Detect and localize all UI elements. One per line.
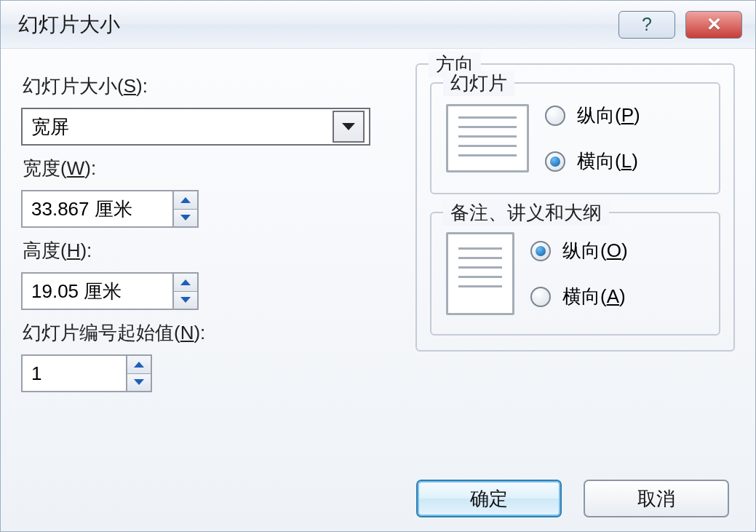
start-number-input[interactable]: 1: [21, 354, 152, 392]
chevron-down-icon: [180, 296, 191, 303]
dropdown-button[interactable]: [333, 111, 365, 143]
height-label: 高度(H):: [23, 238, 399, 263]
page-landscape-icon: [446, 104, 529, 172]
chevron-down-icon: [133, 378, 145, 386]
chevron-down-icon: [180, 214, 191, 221]
notes-radios: 纵向(O) 横向(A): [530, 238, 628, 309]
chevron-up-icon: [133, 361, 145, 368]
width-spin-down[interactable]: [174, 209, 197, 227]
dialog-title: 幻灯片大小: [18, 11, 618, 39]
height-spin-down[interactable]: [174, 291, 197, 309]
height-value: 19.05 厘米: [23, 274, 172, 309]
height-spin: [172, 274, 197, 309]
width-spin: [172, 191, 197, 226]
radio-icon: [530, 287, 551, 307]
slides-radios: 纵向(P) 横向(L): [545, 103, 640, 174]
slides-orientation-title: 幻灯片: [443, 71, 514, 96]
titlebar: 幻灯片大小 ? ✕: [1, 1, 755, 49]
radio-icon: [530, 241, 551, 261]
slides-landscape-radio[interactable]: 横向(L): [545, 148, 640, 174]
slide-size-value: 宽屏: [31, 114, 69, 140]
start-number-spin-down[interactable]: [127, 373, 151, 392]
titlebar-buttons: ? ✕: [618, 11, 742, 39]
right-column: 方向 幻灯片 纵向(P) 横向(L): [415, 63, 735, 466]
close-button[interactable]: ✕: [685, 11, 742, 39]
radio-icon: [545, 106, 565, 126]
help-button[interactable]: ?: [618, 11, 675, 39]
start-number-label: 幻灯片编号起始值(N):: [23, 320, 399, 346]
orientation-group: 方向 幻灯片 纵向(P) 横向(L): [415, 63, 735, 352]
height-input[interactable]: 19.05 厘米: [21, 272, 199, 310]
close-icon: ✕: [707, 14, 722, 35]
width-input[interactable]: 33.867 厘米: [21, 190, 199, 228]
slide-size-label: 幻灯片大小(S):: [23, 74, 399, 99]
left-column: 幻灯片大小(S): 宽屏 宽度(W): 33.867 厘米 高度(H):: [21, 63, 399, 466]
slide-size-select[interactable]: 宽屏: [21, 108, 370, 146]
slide-size-dialog: 幻灯片大小 ? ✕ 幻灯片大小(S): 宽屏 宽度(W):: [0, 0, 756, 532]
width-spin-up[interactable]: [174, 191, 197, 209]
cancel-button[interactable]: 取消: [584, 480, 729, 517]
notes-orientation-title: 备注、讲义和大纲: [443, 200, 609, 226]
width-label: 宽度(W):: [23, 156, 399, 181]
slides-portrait-radio[interactable]: 纵向(P): [545, 103, 640, 128]
chevron-up-icon: [180, 196, 191, 204]
start-number-spin: [126, 356, 151, 391]
notes-portrait-radio[interactable]: 纵向(O): [530, 238, 628, 263]
chevron-up-icon: [180, 279, 191, 286]
start-number-value: 1: [23, 356, 126, 391]
start-number-spin-up[interactable]: [127, 356, 151, 373]
dialog-footer: 确定 取消: [1, 466, 755, 531]
page-portrait-icon: [446, 232, 514, 315]
slides-orientation-group: 幻灯片 纵向(P) 横向(L): [430, 82, 720, 194]
dialog-content: 幻灯片大小(S): 宽屏 宽度(W): 33.867 厘米 高度(H):: [1, 49, 755, 466]
ok-button[interactable]: 确定: [416, 480, 562, 517]
height-spin-up[interactable]: [174, 274, 197, 291]
notes-orientation-group: 备注、讲义和大纲 纵向(O) 横向(A): [430, 212, 720, 336]
chevron-down-icon: [341, 122, 356, 132]
notes-landscape-radio[interactable]: 横向(A): [530, 284, 628, 309]
help-icon: ?: [642, 14, 652, 35]
width-value: 33.867 厘米: [23, 191, 172, 226]
radio-icon: [545, 151, 565, 172]
